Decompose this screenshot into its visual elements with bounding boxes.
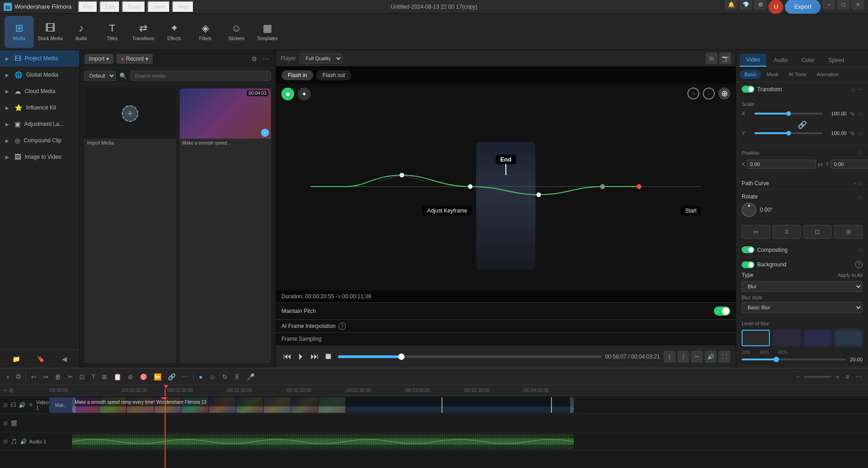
scale-x-slider[interactable] (754, 113, 823, 114)
record-button[interactable]: ● Record ▾ (116, 54, 153, 64)
timeline-track-type-button[interactable]: ⧉ (14, 371, 23, 382)
tool-stock-media[interactable]: 🎞 Stock Media (36, 16, 65, 48)
win-close[interactable]: × (852, 0, 864, 10)
link-button[interactable]: 🔗 (166, 372, 178, 382)
video1-small-clip[interactable]: Mak.. (49, 397, 72, 413)
video-media-item[interactable]: 00:04:03 ✓ Make a smooth speed... (180, 88, 271, 363)
import-button[interactable]: Import ▾ (84, 54, 114, 64)
sidebar-item-image-to-video[interactable]: ▶ 🖼 Image to Video (0, 149, 79, 165)
tool-audio[interactable]: ♪ Audio (67, 16, 96, 48)
sidebar-item-project-media[interactable]: ▶ 🎞 Project Media (0, 50, 79, 67)
tool-media[interactable]: ⊞ Media (5, 16, 34, 48)
export-button[interactable]: Export (785, 0, 821, 14)
apply-to-all-button[interactable]: Apply to All (838, 272, 863, 278)
avatar[interactable]: U (769, 0, 783, 14)
tool-transitions[interactable]: ⇄ Transitions (129, 16, 158, 48)
tool-filters[interactable]: ◈ Filters (191, 16, 220, 48)
blur-swatch-40[interactable] (804, 330, 832, 346)
timeline-tracks[interactable]: 00:00:00 00:00:30:00 00:01:00:00 00:01:3… (49, 385, 868, 468)
speed-minus-button[interactable]: ○ (687, 88, 699, 99)
blur-slider-thumb[interactable] (774, 357, 779, 362)
clip-left-handle[interactable] (72, 397, 76, 413)
voiceover-button[interactable]: 🎤 (244, 372, 257, 382)
audio1-track-type[interactable]: 🎵 (10, 438, 18, 445)
more-tools-button[interactable]: ⋯ (180, 372, 191, 382)
play-button[interactable]: ⏵ (295, 350, 307, 363)
speed-button[interactable]: ⏩ (151, 372, 164, 382)
empty-track-add[interactable]: ⊞ (3, 420, 8, 427)
win-minimize[interactable]: − (822, 0, 835, 10)
add-marker-button[interactable]: 🔖 (35, 354, 47, 364)
text-tool-button[interactable]: T (89, 372, 98, 382)
flash-out-tab[interactable]: Flash out (316, 70, 351, 80)
blur-swatch-0[interactable] (742, 330, 770, 346)
win-maximize[interactable]: □ (837, 0, 850, 10)
sidebar-item-influence-kit[interactable]: ▶ ⭐ Influence Kit (0, 99, 79, 116)
video1-track-type[interactable]: 🎞 (10, 401, 16, 409)
speed-dot-button[interactable]: · (703, 88, 715, 99)
compositing-expand-icon[interactable]: ◇ (858, 247, 863, 253)
snapshot-button[interactable]: 📷 (719, 52, 731, 64)
blur-swatch-20[interactable] (773, 330, 801, 346)
menu-tools[interactable]: Tools (122, 1, 146, 13)
scale-link-icon[interactable]: 🔗 (798, 120, 807, 129)
sidebar-item-global-media[interactable]: ▶ 🌐 Global Media (0, 67, 79, 83)
skip-back-button[interactable]: ⏮ (281, 350, 293, 363)
search-input[interactable] (130, 71, 271, 81)
flip-option4-button[interactable]: ⊞ (834, 225, 863, 239)
transform-expand-icon[interactable]: ⋯ (857, 86, 863, 93)
fullscreen-button[interactable]: ⛶ (718, 351, 730, 363)
progress-bar[interactable] (338, 355, 602, 358)
zoom-slider[interactable] (804, 376, 832, 378)
video1-main-clip[interactable]: Make a smooth speed ramp every time! Won… (72, 397, 574, 413)
video1-audio-button[interactable]: 🔊 (18, 401, 26, 409)
ripple-button[interactable]: ⊛ (125, 372, 135, 382)
sort-select[interactable]: Default (84, 71, 116, 81)
sub-tab-mask[interactable]: Mask (762, 70, 783, 79)
background-info-icon[interactable]: ? (855, 261, 863, 268)
speed-green-button[interactable]: ■ (281, 88, 294, 100)
flash-in-tab[interactable]: Flash in (281, 70, 313, 80)
video1-add-button[interactable]: ⊞ (3, 401, 8, 409)
add-video-track-button[interactable]: + (3, 387, 7, 394)
flip-option3-button[interactable]: ⊡ (804, 225, 832, 239)
tool-titles[interactable]: T Titles (98, 16, 127, 48)
timeline-active-tool[interactable]: ● (197, 372, 205, 382)
sticker-add-button[interactable]: ☺ (207, 372, 218, 382)
playhead-marker[interactable] (163, 385, 169, 389)
sidebar-item-adjustment-layer[interactable]: ▶ ▣ Adjustment La... (0, 116, 79, 132)
path-curve-expand[interactable]: ◇ (858, 180, 863, 187)
audio1-mute-button[interactable]: 🔊 (20, 438, 27, 445)
scale-y-thumb[interactable] (786, 131, 791, 135)
sidebar-item-compound-clip[interactable]: ▶ ◎ Compound Clip (0, 132, 79, 149)
crop-button[interactable]: ⊞ (99, 372, 109, 382)
rotate-keyframe-icon[interactable]: ◇ (858, 193, 863, 200)
in-point-button[interactable]: { (664, 351, 676, 363)
out-point-button[interactable]: } (677, 351, 689, 363)
tool-templates[interactable]: ▦ Templates (253, 16, 282, 48)
sub-tab-ai-tools[interactable]: AI Tools (784, 70, 811, 79)
cut-button[interactable]: ✂ (65, 372, 75, 382)
transform-section-header[interactable]: Transform ◇ ⋯ (736, 82, 868, 97)
volume-button[interactable]: 🔊 (705, 351, 717, 363)
tab-video[interactable]: Video (740, 54, 766, 67)
menu-edit[interactable]: Edit (99, 1, 120, 13)
scale-y-keyframe[interactable]: ◇ (858, 130, 863, 136)
video1-eye-button[interactable]: 👁 (28, 401, 34, 409)
sub-tab-animation[interactable]: Animation (812, 70, 843, 79)
minimize-button[interactable]: 🔔 (725, 0, 738, 10)
import-media-item[interactable]: + Import Media (84, 88, 176, 363)
scale-x-thumb[interactable] (786, 111, 791, 116)
tab-speed[interactable]: Speed (822, 54, 851, 67)
timeline-add-track-button[interactable]: + (4, 372, 12, 382)
flip-vertical-button[interactable]: ⇕ (773, 225, 801, 239)
audio-clip[interactable] (72, 434, 574, 449)
loop-button[interactable]: ↻ (220, 372, 230, 382)
flip-horizontal-button[interactable]: ⇔ (742, 225, 770, 239)
position-keyframe-icon[interactable]: ◇ (858, 150, 863, 156)
compositing-section-header[interactable]: Compositing ◇ (736, 243, 868, 257)
empty-track-type[interactable]: 🎬 (10, 420, 18, 427)
rotate-dial[interactable] (742, 203, 756, 217)
sidebar-item-cloud-media[interactable]: ▶ ☁ Cloud Media (0, 83, 79, 99)
scale-y-slider[interactable] (754, 132, 823, 134)
